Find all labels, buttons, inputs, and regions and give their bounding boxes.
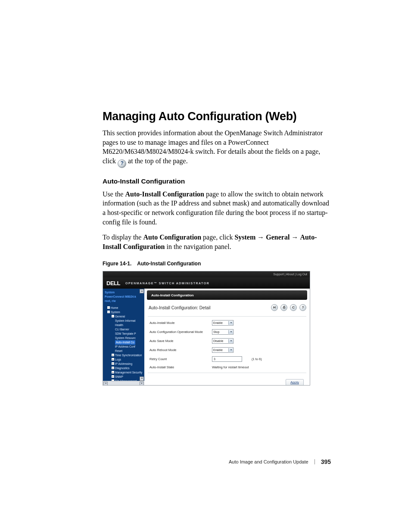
expand-icon[interactable]: + — [112, 367, 114, 369]
tree-item-label: Health — [115, 324, 123, 327]
tree-item[interactable]: −System — [105, 310, 143, 314]
collapse-icon[interactable]: − — [107, 311, 110, 313]
arrow-2: → — [291, 233, 300, 241]
select-value: Enable — [213, 321, 223, 324]
tree-item[interactable]: System Informat — [105, 319, 143, 323]
tree-item[interactable]: +SNMP — [105, 375, 143, 379]
hscroll-right-icon[interactable]: ▸ — [140, 382, 144, 385]
tree-item[interactable]: +Logs — [105, 358, 143, 362]
form-row: Auto-Install ModeEnable▾ — [148, 318, 306, 327]
tree-item-label: Logs — [115, 358, 121, 361]
tree-item[interactable]: Reset — [105, 349, 143, 353]
usage-bold: Auto-Install Configuration — [125, 190, 204, 198]
collapse-icon[interactable]: − — [107, 306, 110, 309]
form-row: Auto Reboot ModeEnable▾ — [148, 345, 306, 355]
tree-item-label: SNMP — [115, 375, 123, 378]
tree-item[interactable]: SDM Template P — [105, 332, 143, 336]
tree-item[interactable]: +Time Synchronization — [105, 353, 143, 358]
select-value: Enable — [213, 348, 223, 352]
tree-item[interactable]: System Resourc — [105, 336, 143, 340]
topbar-links[interactable]: Support | About | Log Out — [103, 271, 310, 277]
tree-item[interactable]: Auto-Install Co — [105, 340, 143, 345]
figure-label: Figure 14-1. — [103, 261, 131, 267]
text-input[interactable]: 3 — [212, 356, 242, 362]
detail-title: Auto-Install Configuration: Detail — [149, 305, 210, 310]
refresh-icon[interactable]: C — [290, 304, 297, 311]
nav-paragraph: To display the Auto Configuration page, … — [103, 233, 329, 251]
form-label: Auto Save Mode — [149, 339, 212, 343]
tree-item-label: Management Security — [115, 371, 142, 374]
arrow-1: → — [257, 233, 266, 241]
tree-item-label: System Resourc — [115, 336, 136, 339]
form-label: Auto-Install Mode — [149, 321, 212, 325]
form-value: Waiting for restart timeout — [212, 365, 249, 369]
tree-item[interactable]: +IP Addressing — [105, 362, 143, 366]
footer-page-number: 395 — [321, 458, 331, 465]
nav-bold-system: System — [234, 233, 255, 241]
page-footer: Auto Image and Configuration Update 395 — [0, 458, 411, 465]
expand-icon[interactable]: + — [112, 371, 114, 373]
nav-bold-page: Auto Configuration — [143, 233, 201, 241]
tree-item[interactable]: CLI Banner — [105, 327, 143, 332]
apply-button[interactable]: Apply — [286, 379, 304, 385]
chevron-down-icon[interactable]: ▾ — [228, 348, 233, 352]
collapse-icon[interactable]: − — [112, 315, 114, 317]
figure-title: Auto-Install Configuration — [137, 261, 201, 267]
chevron-down-icon[interactable]: ▾ — [228, 339, 233, 343]
nav-text-a: To display the — [103, 233, 143, 241]
select-input[interactable]: Enable▾ — [212, 347, 234, 353]
expand-icon[interactable]: + — [112, 358, 114, 361]
tree-header-system: System — [105, 290, 143, 295]
subheading: Auto-Install Configuration — [103, 177, 329, 185]
form-row: Auto Configuration Operational ModeStop▾ — [148, 327, 306, 336]
form-label: Auto Reboot Mode — [149, 348, 212, 352]
tree-item[interactable]: +Diagnostics — [105, 366, 143, 370]
tree-item[interactable]: −Home — [105, 306, 143, 310]
tree-item-label: Time Synchronization — [115, 354, 142, 357]
help-icon: ? — [118, 159, 126, 168]
tree-item[interactable]: Health — [105, 323, 143, 327]
select-input[interactable]: Enable▾ — [212, 320, 234, 326]
panel-title-bar: Auto-Install Configuration — [147, 290, 307, 300]
save-icon[interactable]: H — [271, 304, 278, 311]
tree-item-label: SDM Template P — [115, 332, 136, 335]
chevron-down-icon[interactable]: ▾ — [228, 330, 233, 334]
screenshot: Support | About | Log Out DELL OPENMANAG… — [103, 271, 310, 386]
panel-title: Auto-Install Configuration — [151, 293, 194, 297]
select-input[interactable]: Stop▾ — [212, 329, 234, 335]
tree-item[interactable]: IP Address Conf — [105, 345, 143, 349]
select-input[interactable]: Disable▾ — [212, 338, 234, 344]
tree-scroll-down-icon[interactable]: ▾ — [140, 376, 144, 381]
intro-text-b: at the top of the page. — [128, 157, 188, 165]
tree-item-label: System — [111, 311, 120, 314]
intro-paragraph: This section provides information about … — [103, 128, 329, 168]
dell-logo: DELL — [106, 280, 120, 286]
help-icon[interactable]: ? — [299, 304, 306, 311]
form-label: Auto-Install State — [149, 365, 212, 369]
expand-icon[interactable]: + — [112, 354, 114, 356]
brand-bar: DELL OPENMANAGE™ SWITCH ADMINISTRATOR — [103, 277, 310, 289]
tree-horizontal-scrollbar[interactable]: ◂ ▸ — [103, 381, 144, 385]
select-value: Stop — [213, 330, 219, 333]
tree-item-label: CLI Banner — [115, 328, 129, 331]
tree-item-label: Diagnostics — [115, 367, 130, 370]
nav-text-b: page, click — [203, 233, 234, 241]
expand-icon[interactable]: + — [112, 362, 114, 365]
tree-scroll-up-icon[interactable]: ▴ — [140, 289, 144, 293]
nav-tree[interactable]: System PowerConnect M8024-k root, r/w −H… — [103, 289, 144, 385]
page-title: Managing Auto Configuration (Web) — [103, 110, 329, 123]
expand-icon[interactable]: + — [112, 375, 114, 378]
tree-item-label: Home — [111, 306, 118, 309]
print-icon[interactable]: ⎙ — [280, 304, 287, 311]
tree-item[interactable]: −General — [105, 314, 143, 319]
tree-header-model: PowerConnect M8024-k — [105, 295, 143, 299]
brand-subtitle: OPENMANAGE™ SWITCH ADMINISTRATOR — [125, 282, 209, 285]
chevron-down-icon[interactable]: ▾ — [228, 321, 233, 325]
footer-divider — [314, 459, 315, 464]
footer-section: Auto Image and Configuration Update — [229, 459, 308, 464]
form-label: Retry Count — [149, 357, 212, 361]
hscroll-left-icon[interactable]: ◂ — [103, 382, 108, 385]
form-area: Auto-Install ModeEnable▾Auto Configurati… — [148, 316, 306, 373]
tree-item[interactable]: +Management Security — [105, 370, 143, 375]
tree-header-user: root, r/w — [105, 299, 143, 303]
